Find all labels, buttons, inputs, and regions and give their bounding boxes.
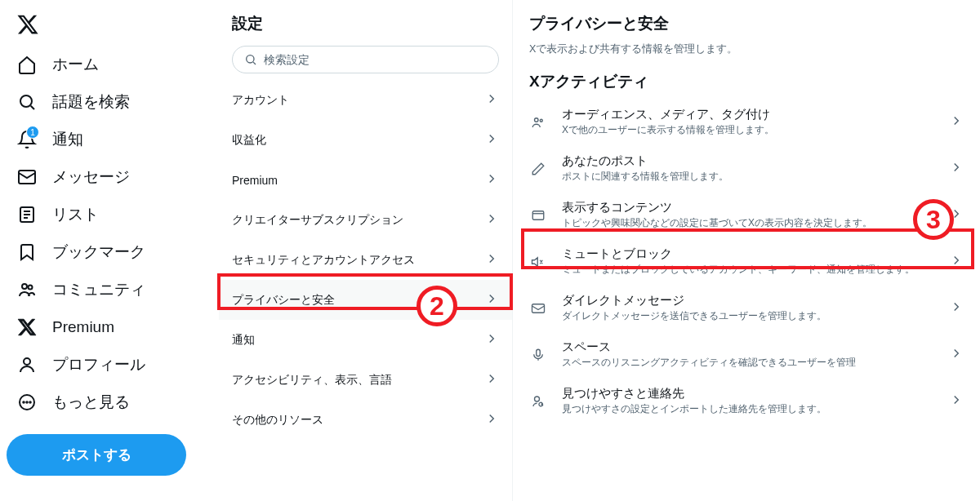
row-title: ダイレクトメッセージ [562, 293, 942, 308]
x-logo[interactable] [7, 7, 212, 46]
settings-row-privacy[interactable]: プライバシーと安全 [219, 280, 512, 320]
settings-row-creator-subs[interactable]: クリエイターサブスクリプション [219, 200, 512, 240]
chevron-right-icon [484, 331, 499, 348]
row-sub: ダイレクトメッセージを送信できるユーザーを管理します。 [562, 309, 942, 323]
settings-row-account[interactable]: アカウント [219, 80, 512, 120]
mute-icon [529, 255, 547, 269]
chevron-right-icon [484, 291, 499, 308]
nav-label: 話題を検索 [52, 91, 130, 113]
svg-point-10 [247, 55, 254, 63]
settings-row-label: クリエイターサブスクリプション [232, 213, 403, 228]
nav-profile[interactable]: プロフィール [7, 346, 212, 384]
row-sub: 見つけやすさの設定とインポートした連絡先を管理します。 [562, 402, 942, 416]
post-button[interactable]: ポストする [7, 434, 186, 476]
privacy-row-discoverability[interactable]: 見つけやすさと連絡先見つけやすさの設定とインポートした連絡先を管理します。 [513, 378, 980, 424]
mic-icon [529, 348, 547, 362]
content-icon [529, 208, 547, 223]
mail-icon [529, 301, 547, 316]
search-icon [16, 91, 38, 113]
privacy-row-posts[interactable]: あなたのポストポストに関連する情報を管理します。 [513, 145, 980, 192]
list-icon [16, 204, 38, 225]
row-title: オーディエンス、メディア、タグ付け [562, 107, 942, 122]
settings-search[interactable] [232, 46, 499, 73]
settings-row-label: その他のリソース [232, 413, 323, 428]
nav-label: コミュニティ [52, 279, 145, 300]
chevron-right-icon [484, 211, 499, 228]
chevron-right-icon [949, 160, 964, 178]
settings-row-premium[interactable]: Premium [219, 160, 512, 200]
svg-point-3 [22, 284, 27, 289]
settings-row-accessibility[interactable]: アクセシビリティ、表示、言語 [219, 360, 512, 400]
settings-row-label: 収益化 [232, 133, 266, 148]
settings-row-label: 通知 [232, 333, 255, 348]
svg-point-9 [29, 401, 31, 403]
chevron-right-icon [484, 251, 499, 268]
bell-icon: 1 [16, 129, 38, 150]
detail-title: プライバシーと安全 [513, 8, 980, 42]
chevron-right-icon [949, 253, 964, 271]
svg-point-12 [540, 119, 542, 122]
chevron-right-icon [949, 113, 964, 131]
chevron-right-icon [484, 171, 499, 188]
row-title: 表示するコンテンツ [562, 200, 942, 215]
detail-subtitle: Xで表示および共有する情報を管理します。 [513, 42, 980, 71]
nav-messages[interactable]: メッセージ [7, 158, 212, 196]
settings-row-label: プライバシーと安全 [232, 293, 335, 308]
settings-search-input[interactable] [264, 53, 487, 66]
svg-point-8 [26, 401, 28, 403]
settings-row-security[interactable]: セキュリティとアカウントアクセス [219, 240, 512, 280]
svg-point-5 [24, 358, 30, 365]
svg-rect-13 [532, 211, 544, 219]
row-title: スペース [562, 339, 942, 355]
svg-point-7 [23, 401, 24, 403]
privacy-row-content[interactable]: 表示するコンテンツトピックや興味関心などの設定に基づいてXの表示内容を決定します… [513, 192, 980, 238]
nav-label: メッセージ [52, 166, 130, 188]
detail-section-heading: Xアクティビティ [513, 71, 980, 99]
settings-row-label: アクセシビリティ、表示、言語 [232, 373, 392, 388]
nav-premium[interactable]: Premium [7, 308, 212, 346]
row-sub: スペースのリスニングアクティビティを確認できるユーザーを管理 [562, 356, 942, 370]
chevron-right-icon [484, 371, 499, 388]
nav-label: ブックマーク [52, 242, 145, 263]
svg-point-4 [29, 286, 33, 290]
row-title: 見つけやすさと連絡先 [562, 386, 942, 401]
chevron-right-icon [949, 392, 964, 410]
svg-rect-14 [532, 304, 545, 313]
x-icon [16, 317, 38, 338]
pencil-icon [529, 162, 547, 176]
nav-home[interactable]: ホーム [7, 46, 212, 83]
svg-point-16 [535, 397, 540, 401]
nav-bookmarks[interactable]: ブックマーク [7, 233, 212, 271]
chevron-right-icon [949, 206, 964, 224]
nav-explore[interactable]: 話題を検索 [7, 83, 212, 121]
settings-row-notifications[interactable]: 通知 [219, 320, 512, 360]
nav-label: プロフィール [52, 354, 145, 375]
settings-row-resources[interactable]: その他のリソース [219, 400, 512, 440]
nav-lists[interactable]: リスト [7, 196, 212, 233]
nav-more[interactable]: もっと見る [7, 384, 212, 421]
nav-label: リスト [52, 204, 99, 225]
privacy-row-mute-block[interactable]: ミュートとブロックミュートまたはブロックしているアカウント、キーワード、通知を管… [513, 238, 980, 285]
discover-icon [529, 394, 547, 409]
chevron-right-icon [484, 131, 499, 149]
nav-label: 通知 [52, 129, 83, 150]
settings-row-monetization[interactable]: 収益化 [219, 120, 512, 160]
nav-notifications[interactable]: 1 通知 [7, 121, 212, 158]
row-sub: ポストに関連する情報を管理します。 [562, 170, 942, 184]
nav-communities[interactable]: コミュニティ [7, 271, 212, 308]
profile-icon [16, 354, 38, 375]
privacy-row-spaces[interactable]: スペーススペースのリスニングアクティビティを確認できるユーザーを管理 [513, 331, 980, 378]
nav-label: ホーム [52, 54, 99, 75]
row-title: ミュートとブロック [562, 246, 942, 262]
chevron-right-icon [949, 346, 964, 364]
mail-icon [16, 166, 38, 188]
home-icon [16, 54, 38, 75]
svg-rect-15 [537, 349, 541, 356]
privacy-row-dm[interactable]: ダイレクトメッセージダイレクトメッセージを送信できるユーザーを管理します。 [513, 285, 980, 331]
bookmark-icon [16, 242, 38, 263]
nav-label: Premium [52, 318, 114, 336]
privacy-row-audience[interactable]: オーディエンス、メディア、タグ付けXで他のユーザーに表示する情報を管理します。 [513, 99, 980, 145]
settings-title: 設定 [219, 8, 512, 46]
chevron-right-icon [949, 299, 964, 317]
svg-point-11 [535, 117, 539, 122]
